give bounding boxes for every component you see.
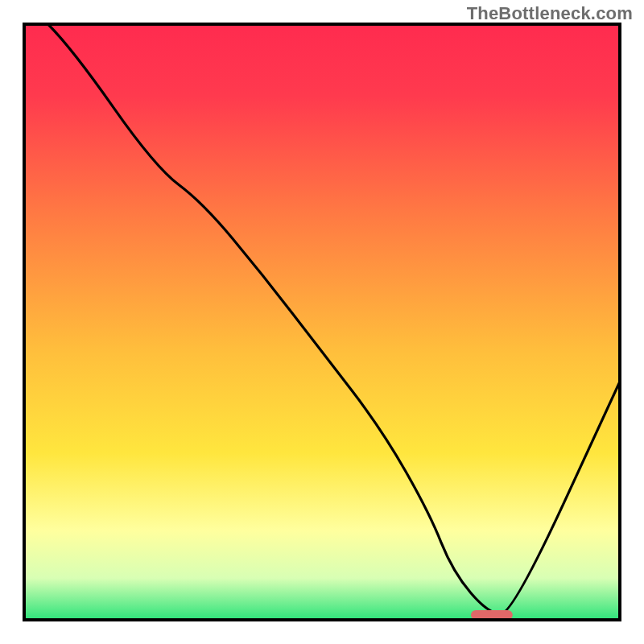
chart-wrap: TheBottleneck.com [0,0,644,644]
watermark-text: TheBottleneck.com [467,3,633,24]
heat-gradient [24,24,620,620]
bottleneck-chart [0,0,644,644]
